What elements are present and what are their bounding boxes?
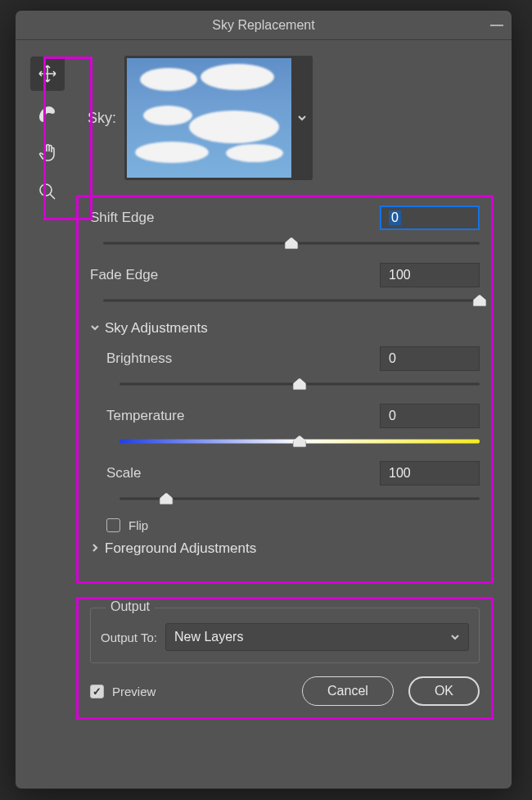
fade-edge-input[interactable]: 100 <box>380 263 480 287</box>
temperature-slider[interactable] <box>119 433 480 450</box>
sky-label: Sky: <box>88 110 116 127</box>
preview-checkbox[interactable] <box>90 685 104 698</box>
move-tool[interactable] <box>30 56 65 91</box>
chevron-down-icon <box>450 632 460 642</box>
sky-adjustments-section[interactable]: Sky Adjustments <box>90 320 480 337</box>
scale-label: Scale <box>106 465 142 481</box>
ok-button[interactable]: OK <box>408 676 480 706</box>
preview-label: Preview <box>112 685 156 698</box>
shift-edge-input[interactable]: 0 <box>380 206 480 230</box>
output-legend: Output <box>106 599 155 614</box>
brush-tool[interactable] <box>30 96 65 130</box>
chevron-down-icon <box>90 320 100 337</box>
flip-label: Flip <box>128 518 148 532</box>
brightness-slider[interactable] <box>119 376 480 392</box>
brush-icon <box>38 103 57 123</box>
hand-tool[interactable] <box>30 135 65 169</box>
shift-edge-slider[interactable] <box>103 235 480 251</box>
titlebar[interactable]: Sky Replacement <box>16 11 512 40</box>
sky-preset-dropdown[interactable] <box>124 56 313 180</box>
sky-replacement-dialog: Sky Replacement Sky: <box>15 10 512 789</box>
scale-slider[interactable] <box>119 490 480 507</box>
tool-column <box>27 52 68 789</box>
annotation-highlight-adjustments: Shift Edge 0 Fade Edge 100 Sky Adjustmen… <box>76 195 494 584</box>
flip-checkbox[interactable] <box>106 518 120 532</box>
output-fieldset: Output Output To: New Layers <box>90 608 480 663</box>
output-to-select[interactable]: New Layers <box>165 623 469 651</box>
temperature-input[interactable]: 0 <box>380 404 480 428</box>
scale-input[interactable]: 100 <box>380 461 480 486</box>
output-to-label: Output To: <box>101 631 157 644</box>
sky-thumbnail <box>127 58 291 178</box>
zoom-tool[interactable] <box>30 174 65 209</box>
fade-edge-slider[interactable] <box>103 292 480 309</box>
chevron-right-icon <box>90 540 100 557</box>
magnifier-icon <box>38 182 57 201</box>
brightness-input[interactable]: 0 <box>380 346 480 371</box>
cancel-button[interactable]: Cancel <box>302 676 394 706</box>
foreground-adjustments-section[interactable]: Foreground Adjustments <box>90 540 480 557</box>
dialog-title: Sky Replacement <box>212 18 314 33</box>
svg-point-0 <box>40 184 52 196</box>
brightness-label: Brightness <box>106 350 172 367</box>
fade-edge-label: Fade Edge <box>90 267 158 283</box>
hand-icon <box>38 142 57 162</box>
temperature-label: Temperature <box>106 408 184 424</box>
annotation-highlight-output: Output Output To: New Layers Preview <box>76 597 494 720</box>
minimize-icon[interactable] <box>490 25 503 26</box>
shift-edge-label: Shift Edge <box>90 210 154 226</box>
move-icon <box>38 64 57 84</box>
chevron-down-icon <box>291 56 313 180</box>
